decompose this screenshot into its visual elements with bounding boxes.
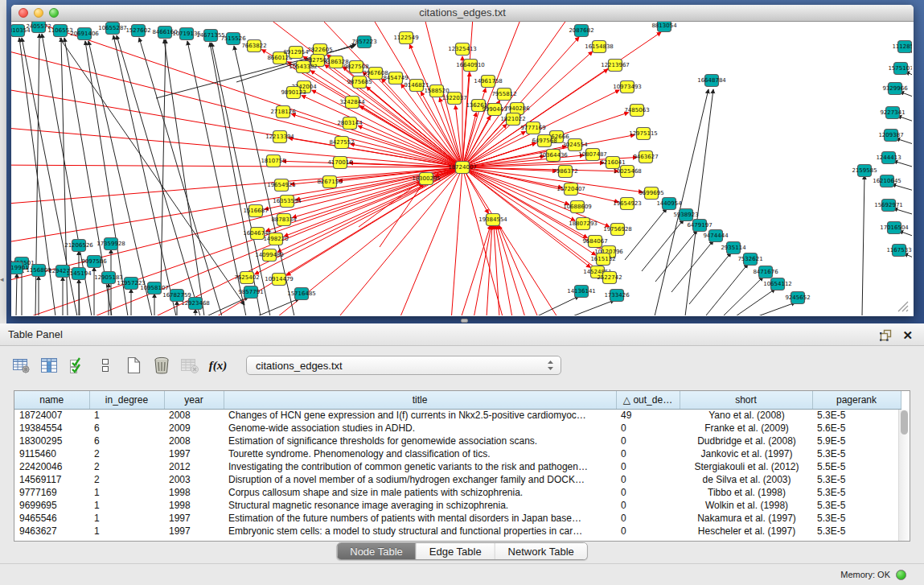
graph-node-label: 1615132	[590, 256, 615, 262]
table-cell-pagerank: 5.5E-5	[812, 460, 901, 473]
table-row[interactable]: 1872400712008Changes of HCN gene express…	[14, 409, 901, 422]
graph-node-label: 9890123	[281, 89, 306, 96]
window-titlebar[interactable]: citations_edges.txt	[11, 5, 914, 22]
table-options-button[interactable]	[11, 356, 31, 375]
collapse-panel-arrow-icon[interactable]: ◂	[0, 275, 4, 283]
network-window[interactable]: citations_edges.txt 76638228660128891295…	[11, 5, 914, 316]
table-cell-year: 1997	[164, 512, 224, 525]
network-view[interactable]: 7663822866012889129542822605182750510543…	[11, 22, 912, 315]
clear-selection-button[interactable]	[96, 356, 115, 375]
graph-node-label: 16210645	[873, 178, 901, 184]
column-header-year[interactable]: year	[164, 391, 224, 409]
graph-node-label: 7485063	[624, 107, 649, 113]
close-panel-icon[interactable]: ✕	[902, 329, 913, 341]
graph-node-label: 19756928	[603, 226, 632, 233]
table-row[interactable]: 911546021997Tourette syndrome. Phenomeno…	[14, 447, 901, 460]
table-cell-name: 9463627	[14, 525, 89, 538]
table-scrollbar[interactable]	[898, 410, 909, 542]
minimize-window-button[interactable]	[34, 8, 43, 18]
table-row[interactable]: 1938455462009Genome-wide association stu…	[14, 422, 901, 435]
graph-node-label: 2087682	[569, 27, 593, 34]
graph-edge	[380, 183, 423, 247]
graph-node-label: 9097586	[81, 258, 107, 265]
graph-node-label: 18300295	[412, 175, 441, 182]
table-row[interactable]: 2242004622012Investigating the contribut…	[14, 460, 901, 473]
table-cell-in_degree: 6	[89, 435, 164, 447]
table-cell-pagerank: 5.6E-5	[812, 422, 901, 435]
table-cell-short: Hescheler et al. (1997)	[680, 525, 812, 538]
network-canvas[interactable]: 7663822866012889129542822605182750510543…	[11, 22, 912, 315]
graph-node-label: 16353594	[273, 198, 302, 204]
graph-node-label: 16648784	[697, 77, 726, 84]
table-cell-year: 1997	[164, 525, 224, 538]
delete-table-button[interactable]	[152, 356, 171, 375]
function-builder-button[interactable]: f(x)	[208, 356, 228, 375]
table-row[interactable]: 1830029562008Estimation of significance …	[14, 435, 901, 447]
table-scrollbar-thumb[interactable]	[901, 410, 908, 435]
graph-node-label: 1106553	[47, 27, 72, 34]
graph-node-label: 1209387	[878, 132, 903, 138]
attribute-table[interactable]: namein_degreeyeartitle△ out_de…shortpage…	[14, 391, 901, 538]
table-cell-in_degree: 1	[89, 512, 164, 525]
panel-splitter-handle[interactable]	[461, 319, 468, 323]
column-header-name[interactable]: name	[14, 391, 89, 409]
table-cell-out_degree: 0	[616, 499, 680, 512]
graph-node-label: 8660128	[267, 55, 292, 61]
table-cell-out_degree: 0	[616, 512, 680, 525]
node-table: namein_degreeyeartitle△ out_de…shortpage…	[14, 390, 910, 542]
new-table-button[interactable]	[124, 356, 143, 375]
table-row[interactable]: 946362711997Embryonic stem cells: a mode…	[14, 525, 901, 538]
select-all-button[interactable]	[68, 356, 87, 375]
column-header-short[interactable]: short	[680, 391, 812, 409]
show-columns-button[interactable]	[39, 356, 59, 375]
table-selector[interactable]: citations_edges.txt	[246, 356, 561, 375]
graph-node-label: 9684067	[582, 238, 607, 245]
graph-node-label: 7986372	[552, 168, 577, 175]
graph-edge	[862, 175, 864, 315]
graph-edge	[117, 35, 200, 315]
window-resize-grip-icon[interactable]	[896, 299, 909, 312]
column-header-out_degree[interactable]: △ out_de…	[616, 391, 680, 409]
table-cell-year: 1998	[164, 499, 224, 512]
graph-edge	[706, 264, 748, 315]
table-cell-short: Wolkin et al. (1998)	[680, 499, 812, 512]
graph-node-label: 7625402	[234, 274, 259, 281]
tab-network-table[interactable]: Network Table	[495, 543, 587, 559]
graph-node-label: 10914479	[265, 276, 294, 282]
column-header-in_degree[interactable]: in_degree	[89, 391, 164, 409]
graph-node-label: 2822605	[307, 47, 332, 53]
float-panel-icon[interactable]	[880, 329, 893, 341]
tab-node-table[interactable]: Node Table	[337, 543, 417, 559]
table-row[interactable]: 969969511998Structural magnetic resonanc…	[14, 499, 901, 512]
table-cell-out_degree: 49	[616, 409, 680, 422]
graph-edge	[689, 253, 731, 304]
graph-node-label: 8912954	[283, 49, 309, 56]
graph-node-label: 3242844	[339, 99, 365, 105]
graph-edge	[164, 39, 204, 315]
maximize-window-button[interactable]	[49, 8, 59, 18]
table-row[interactable]: 1456911722003Disruption of a novel membe…	[14, 473, 901, 486]
table-panel-header: Table Panel ✕	[0, 323, 924, 346]
graph-node-label: 1156809	[26, 267, 51, 274]
table-cell-short: Nakamura et al. (1997)	[680, 512, 812, 525]
memory-status-indicator[interactable]	[896, 570, 906, 580]
table-cell-year: 2003	[164, 473, 224, 486]
table-row[interactable]: 946554611997Estimation of the future num…	[14, 512, 901, 525]
graph-edge	[11, 167, 462, 245]
status-bar: Memory: OK	[0, 563, 924, 585]
table-cell-short: Tibbo et al. (1998)	[680, 486, 812, 499]
graph-node-label: 15720407	[556, 186, 585, 192]
table-cell-pagerank: 5.3E-5	[812, 447, 901, 460]
table-cell-out_degree: 0	[616, 473, 680, 486]
column-header-pagerank[interactable]: pagerank	[812, 391, 901, 409]
column-header-title[interactable]: title	[224, 391, 616, 409]
graph-edge	[671, 241, 713, 292]
table-row[interactable]: 977716911998Corpus callosum shape and si…	[14, 486, 901, 499]
graph-node-label: 8454749	[383, 75, 408, 81]
table-cell-name: 14569117	[14, 473, 89, 486]
tab-edge-table[interactable]: Edge Table	[417, 543, 495, 559]
graph-node-label: 10958107	[140, 285, 169, 291]
close-window-button[interactable]	[18, 8, 28, 18]
graph-node-label: 7515526	[220, 35, 246, 42]
graph-edge	[893, 208, 912, 219]
